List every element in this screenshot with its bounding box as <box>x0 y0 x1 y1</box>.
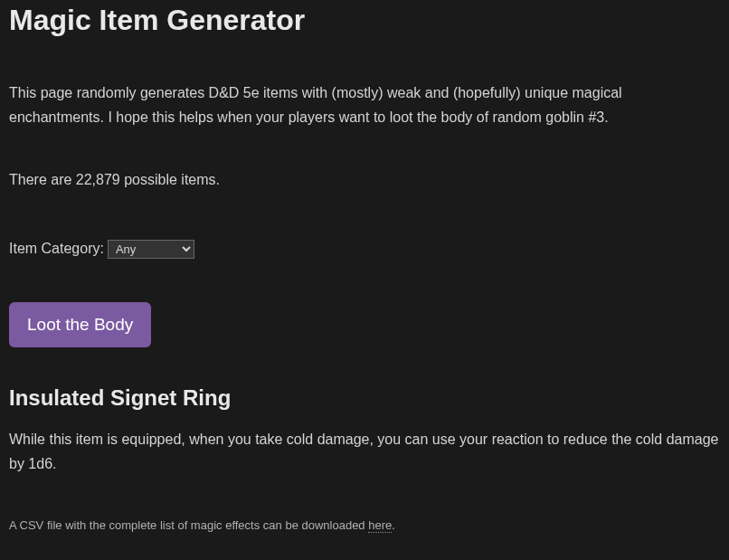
intro-text: This page randomly generates D&D 5e item… <box>9 81 720 129</box>
item-count-text: There are 22,879 possible items. <box>9 167 720 192</box>
download-link[interactable]: here <box>368 518 392 533</box>
footer-prefix: A CSV file with the complete list of mag… <box>9 518 368 532</box>
category-row: Item Category: Any <box>9 240 720 259</box>
item-description: While this item is equipped, when you ta… <box>9 427 720 476</box>
category-label: Item Category: <box>9 241 104 257</box>
footer-suffix: . <box>392 518 395 532</box>
page-title: Magic Item Generator <box>9 4 720 37</box>
category-select[interactable]: Any <box>108 240 194 259</box>
footer-note: A CSV file with the complete list of mag… <box>9 516 720 536</box>
item-name: Insulated Signet Ring <box>9 385 720 411</box>
loot-button[interactable]: Loot the Body <box>9 302 151 347</box>
